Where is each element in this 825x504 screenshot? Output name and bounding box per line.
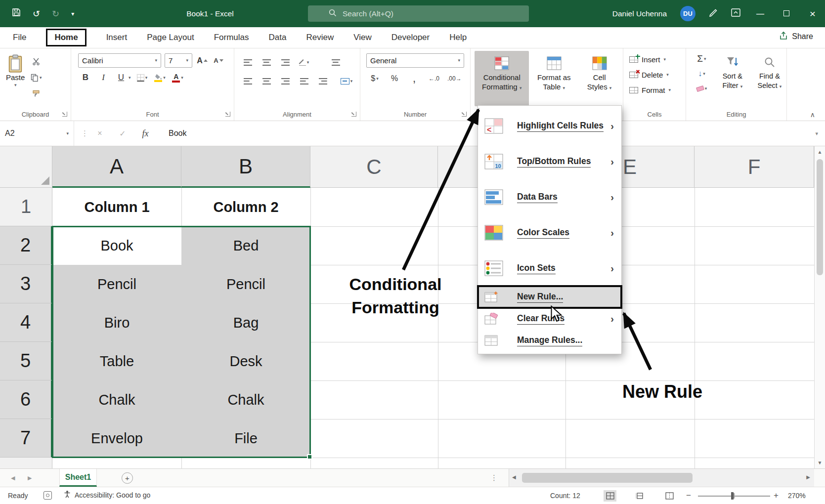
minimize-button[interactable]: — — [754, 9, 767, 18]
collapse-ribbon-icon[interactable]: ∧ — [810, 111, 815, 119]
scroll-up-icon[interactable]: ▲ — [815, 149, 825, 155]
scroll-down-icon[interactable]: ▼ — [815, 460, 825, 465]
font-size-combo[interactable]: 7 ▾ — [165, 53, 192, 68]
scroll-right-icon[interactable]: ▶ — [806, 474, 810, 480]
zoom-level[interactable]: 270% — [788, 492, 806, 500]
insert-cells-button[interactable]: Insert▾ — [623, 52, 686, 67]
vertical-scrollbar[interactable]: ▲ ▼ — [814, 146, 825, 468]
zoom-out-button[interactable]: − — [686, 491, 691, 501]
horizontal-scrollbar-thumb[interactable] — [522, 473, 693, 483]
tab-data[interactable]: Data — [269, 33, 287, 42]
count-badge[interactable]: Count: 12 — [550, 492, 580, 500]
bold-button[interactable]: B — [79, 71, 92, 84]
underline-button[interactable]: U — [115, 71, 128, 84]
undo-button[interactable]: ↺ — [33, 8, 40, 19]
copy-dropdown-icon[interactable]: ▾ — [40, 76, 42, 80]
column-header-C[interactable]: C — [310, 146, 438, 188]
paste-button[interactable]: Paste ▾ — [6, 51, 25, 107]
number-dialog-launcher[interactable] — [462, 112, 467, 117]
fill-color-button[interactable]: ▾ — [154, 71, 167, 84]
tab-home[interactable]: Home — [46, 29, 86, 46]
comma-style-button[interactable]: , — [408, 72, 421, 85]
menu-item-data-bars[interactable]: Data Bars › — [478, 179, 621, 215]
row-header-4[interactable]: 4 — [0, 303, 52, 342]
tab-developer[interactable]: Developer — [391, 33, 430, 42]
name-box[interactable]: A2 ▾ — [0, 121, 74, 146]
borders-button[interactable]: ▾ — [136, 71, 149, 84]
view-page-layout-button[interactable] — [633, 490, 646, 502]
increase-decimal-button[interactable]: ←.0 — [428, 72, 440, 85]
copy-button[interactable]: ▾ — [30, 71, 43, 84]
menu-item-clear-rules[interactable]: Clear Rules › — [478, 308, 621, 330]
cell-A2[interactable]: Book — [52, 226, 181, 265]
cell-A6[interactable]: Chalk — [52, 380, 181, 419]
insert-function-button[interactable]: fx — [134, 128, 157, 139]
tab-help[interactable]: Help — [449, 33, 467, 42]
fill-button[interactable]: ↓▾ — [691, 67, 712, 81]
format-cells-button[interactable]: Format▾ — [623, 83, 686, 98]
formula-bar-handle-icon[interactable]: ⋮ — [81, 129, 88, 138]
column-header-B[interactable]: B — [181, 146, 310, 188]
tab-view[interactable]: View — [353, 33, 372, 42]
row-header-8[interactable]: 8 — [0, 458, 52, 468]
user-name[interactable]: Daniel Uchenna — [612, 9, 667, 18]
alignment-dialog-launcher[interactable] — [351, 112, 356, 117]
close-button[interactable]: × — [806, 8, 819, 20]
cell-B3[interactable]: Pencil — [181, 265, 310, 303]
align-center-button[interactable] — [260, 74, 273, 88]
row-header-1[interactable]: 1 — [0, 188, 52, 226]
tab-page-layout[interactable]: Page Layout — [147, 33, 194, 42]
horizontal-scrollbar[interactable]: ◀ ▶ — [509, 469, 814, 487]
menu-item-highlight-cells-rules[interactable]: < Highlight Cells Rules › — [478, 108, 621, 144]
format-as-table-button[interactable]: Format asTable ▾ — [531, 51, 577, 106]
enter-button[interactable]: ✓ — [111, 129, 134, 138]
menu-item-icon-sets[interactable]: Icon Sets › — [478, 251, 621, 286]
font-dialog-launcher[interactable] — [225, 112, 230, 117]
clipboard-dialog-launcher[interactable] — [62, 112, 67, 117]
cancel-button[interactable]: × — [88, 129, 111, 138]
align-bottom-button[interactable] — [279, 55, 292, 69]
font-name-combo[interactable]: Calibri ▾ — [78, 53, 161, 68]
customize-qat-icon[interactable]: ▾ — [71, 10, 74, 17]
autosum-button[interactable]: Σ▾ — [691, 52, 712, 66]
cell-B2[interactable]: Bed — [181, 226, 310, 265]
row-header-5[interactable]: 5 — [0, 342, 52, 380]
select-all-corner[interactable] — [0, 146, 52, 188]
new-sheet-button[interactable]: + — [122, 472, 133, 484]
number-format-combo[interactable]: General ▾ — [366, 53, 464, 68]
tab-formulas[interactable]: Formulas — [214, 33, 249, 42]
spreadsheet-grid[interactable]: A B C D E F 1 2 3 4 5 6 7 8 Column 1 Col… — [0, 146, 825, 468]
accounting-format-button[interactable]: $▾ — [368, 72, 381, 85]
italic-button[interactable]: I — [97, 71, 110, 84]
menu-item-color-scales[interactable]: Color Scales › — [478, 215, 621, 251]
view-normal-button[interactable] — [604, 490, 616, 502]
cell-B1[interactable]: Column 2 — [181, 188, 310, 226]
search-box[interactable] — [308, 5, 529, 22]
row-header-7[interactable]: 7 — [0, 419, 52, 458]
increase-font-size-button[interactable]: A — [196, 54, 209, 68]
sheet-nav-right-icon[interactable]: ▶ — [28, 469, 32, 487]
accessibility-status[interactable]: Accessibility: Good to go — [63, 490, 150, 500]
conditional-formatting-button[interactable]: ConditionalFormatting ▾ — [475, 51, 529, 106]
tab-splitter-icon[interactable]: ⋮ — [490, 469, 498, 487]
row-header-6[interactable]: 6 — [0, 380, 52, 419]
row-header-3[interactable]: 3 — [0, 265, 52, 303]
ribbon-display-options-icon[interactable] — [731, 8, 740, 19]
cell-B4[interactable]: Bag — [181, 303, 310, 342]
sheet-nav-left-icon[interactable]: ◀ — [11, 469, 15, 487]
clear-button[interactable]: ▾ — [691, 82, 712, 95]
menu-item-manage-rules[interactable]: Manage Rules... — [478, 330, 621, 351]
cell-B7[interactable]: File — [181, 419, 310, 458]
menu-item-top-bottom-rules[interactable]: 10 Top/Bottom Rules › — [478, 144, 621, 179]
increase-indent-button[interactable] — [316, 74, 329, 88]
align-left-button[interactable] — [241, 74, 254, 88]
formula-bar-value[interactable]: Book — [169, 129, 186, 138]
align-right-button[interactable] — [279, 74, 292, 88]
zoom-in-button[interactable]: + — [774, 491, 779, 501]
column-header-A[interactable]: A — [52, 146, 181, 188]
tab-file[interactable]: File — [13, 33, 26, 42]
cell-A1[interactable]: Column 1 — [52, 188, 181, 226]
cell-styles-button[interactable]: CellStyles ▾ — [579, 51, 620, 106]
search-input[interactable] — [343, 9, 501, 18]
tab-insert[interactable]: Insert — [106, 33, 128, 42]
